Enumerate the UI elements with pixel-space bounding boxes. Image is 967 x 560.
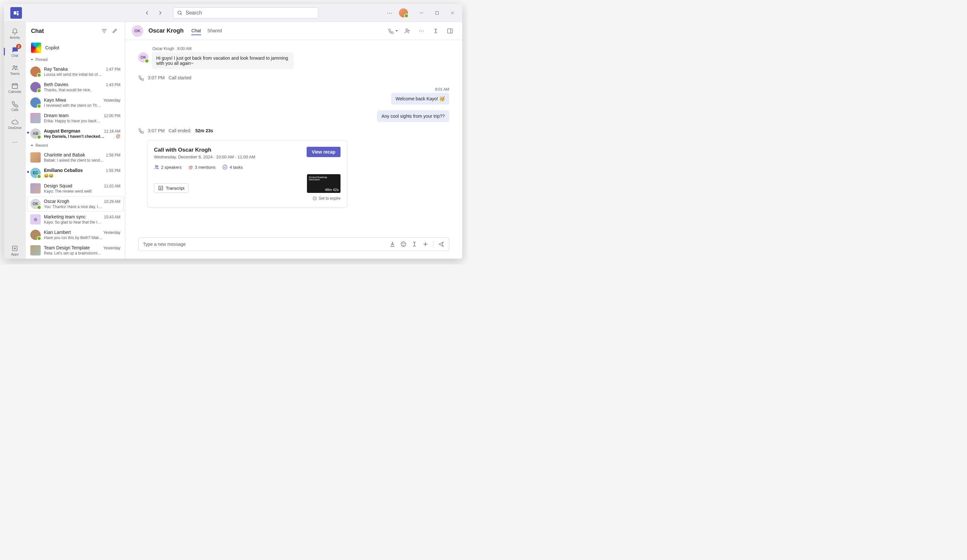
close-button[interactable] — [446, 8, 460, 18]
chat-preview: Kayo: So glad to hear that the r… — [44, 220, 120, 224]
phone-icon — [11, 100, 18, 107]
plus-square-icon — [11, 245, 18, 252]
call-ended-line: 3:07 PM Call ended: 52m 23s — [138, 128, 449, 133]
nav-label: OneDrive — [8, 126, 21, 130]
nav-onedrive[interactable]: OneDrive — [6, 115, 24, 132]
chat-item-team-design-template[interactable]: Team Design TemplateYesterday Reta: Let'… — [26, 242, 125, 258]
message-list[interactable]: Oscar Krogh 9:00 AM OK Hi guys! I just g… — [125, 40, 462, 232]
chat-name: Design Squad — [44, 183, 72, 188]
nav-activity[interactable]: Activity — [6, 25, 24, 42]
svg-point-10 — [155, 165, 157, 167]
avatar: EC — [30, 168, 41, 178]
app-body: Activity 2 Chat Teams Calendar Calls — [4, 22, 462, 259]
nav-chat[interactable]: 2 Chat — [6, 43, 24, 60]
chat-item-beth-davies[interactable]: Beth Davies1:43 PM Thanks, that would be… — [26, 79, 125, 95]
view-recap-button[interactable]: View recap — [307, 147, 340, 157]
svg-rect-6 — [12, 84, 18, 88]
copilot-item[interactable]: Copilot — [26, 40, 125, 56]
out-timestamp: 9:01 AM — [138, 87, 449, 92]
search-box[interactable]: Search — [173, 7, 318, 18]
message-bubble[interactable]: Any cool sights from your trip?? — [377, 110, 449, 122]
chat-badge: 2 — [16, 44, 21, 49]
back-button[interactable] — [142, 8, 152, 18]
nav-calendar[interactable]: Calendar — [6, 79, 24, 96]
call-started-line: 3:07 PM Call started — [138, 75, 449, 81]
section-pinned[interactable]: Pinned — [26, 56, 125, 64]
chat-preview: 😂😂 — [44, 173, 120, 178]
user-avatar[interactable] — [399, 8, 408, 17]
open-pane-button[interactable] — [444, 25, 456, 37]
avatar — [30, 82, 41, 92]
more-options-button[interactable]: ⋯ — [384, 8, 395, 18]
nav-more[interactable]: ⋯ — [6, 133, 24, 150]
svg-rect-0 — [14, 11, 17, 15]
chat-item-kian-lambert[interactable]: Kian LambertYesterday Have you run this … — [26, 227, 125, 242]
tab-shared[interactable]: Shared — [208, 27, 222, 35]
composer-input[interactable] — [143, 242, 389, 247]
chevron-down-icon — [30, 58, 33, 61]
message-bubble[interactable]: Hi guys! I just got back from vacation a… — [152, 52, 294, 69]
nav-apps[interactable]: Apps — [6, 242, 24, 259]
call-button[interactable] — [387, 25, 399, 37]
format-button[interactable] — [389, 241, 396, 247]
filter-button[interactable] — [99, 26, 109, 36]
chat-list-panel: Chat Copilot Pinned Ray Tanaka1:47 P — [26, 22, 125, 259]
message-composer[interactable] — [138, 237, 449, 251]
attach-button[interactable] — [422, 241, 429, 247]
title-bar: Search ⋯ — [4, 4, 462, 22]
nav-calls[interactable]: Calls — [6, 97, 24, 114]
chat-item-kayo-miwa[interactable]: Kayo MiwaYesterday I reviewed with the c… — [26, 95, 125, 110]
conversation-avatar: OK — [132, 25, 143, 37]
maximize-button[interactable] — [430, 8, 444, 18]
chat-item-oscar-krogh[interactable]: OK Oscar Krogh10:29 AM You: Thanks! Have… — [27, 196, 124, 212]
people-icon — [11, 64, 18, 71]
chat-item-charlotte-babak[interactable]: Charlotte and Babak1:58 PM Babak: I aske… — [26, 150, 125, 165]
add-people-button[interactable] — [401, 25, 413, 37]
chat-item-design-squad[interactable]: Design Squad11:02 AM Kayo: The review we… — [26, 181, 125, 196]
chat-list-title: Chat — [31, 28, 99, 35]
chat-name: Charlotte and Babak — [44, 152, 85, 157]
transcript-button[interactable]: Transcript — [154, 183, 188, 193]
nav-label: Activity — [10, 36, 20, 40]
copilot-pane-button[interactable] — [430, 25, 442, 37]
nav-teams[interactable]: Teams — [6, 61, 24, 78]
nav-label: Chat — [11, 54, 18, 58]
check-circle-icon — [223, 165, 228, 170]
forward-button[interactable] — [155, 8, 165, 18]
message-bubble[interactable]: Welcome back Kayo! 🥳 — [391, 93, 449, 104]
copilot-label: Copilot — [45, 45, 59, 50]
svg-point-2 — [178, 11, 181, 14]
chat-time: 1:58 PM — [106, 153, 120, 157]
chat-item-emiliano-ceballos[interactable]: EC Emiliano Ceballos1:55 PM 😂😂 — [26, 165, 125, 181]
chat-list-scroll[interactable]: Copilot Pinned Ray Tanaka1:47 PM Louisa … — [26, 40, 125, 259]
unread-dot — [27, 171, 29, 173]
chat-item-ray-tanaka[interactable]: Ray Tanaka1:47 PM Louisa will send the i… — [26, 64, 125, 79]
recap-thumbnail[interactable]: Product Roadmap Discussion 48m 42s — [307, 174, 340, 193]
transcript-icon — [158, 186, 163, 191]
copilot-compose-button[interactable] — [411, 241, 417, 247]
chat-preview: Thanks, that would be nice. — [44, 88, 120, 92]
chat-name: Ray Tanaka — [44, 66, 68, 72]
emoji-button[interactable] — [400, 241, 407, 247]
more-button[interactable]: ⋯ — [416, 25, 427, 37]
chat-name: August Bergman — [44, 128, 80, 133]
minimize-button[interactable] — [414, 8, 429, 18]
section-recent[interactable]: Recent — [26, 141, 125, 150]
conversation-actions: ⋯ — [387, 25, 456, 37]
new-chat-button[interactable] — [109, 26, 120, 36]
avatar — [30, 113, 41, 123]
thumb-duration: 48m 42s — [325, 188, 338, 192]
unread-dot — [27, 132, 29, 133]
avatar: OK — [30, 199, 41, 209]
tab-chat[interactable]: Chat — [191, 27, 201, 35]
avatar: ◎ — [30, 214, 41, 224]
svg-rect-3 — [436, 11, 439, 14]
conversation-tabs: Chat Shared — [191, 27, 222, 35]
svg-point-5 — [15, 66, 17, 68]
thumb-title: Product Roadmap Discussion — [309, 176, 338, 181]
chat-item-marketing-sync[interactable]: ◎ Marketing team sync10:43 AM Kayo: So g… — [26, 212, 125, 227]
chat-item-dream-team[interactable]: Dream team12:00 PM Erika: Happy to have … — [26, 110, 125, 126]
send-button[interactable] — [438, 241, 444, 247]
chat-item-august-bergman[interactable]: AB August Bergman11:18 AM Hey Daniela, I… — [26, 126, 125, 141]
avatar — [30, 152, 41, 163]
